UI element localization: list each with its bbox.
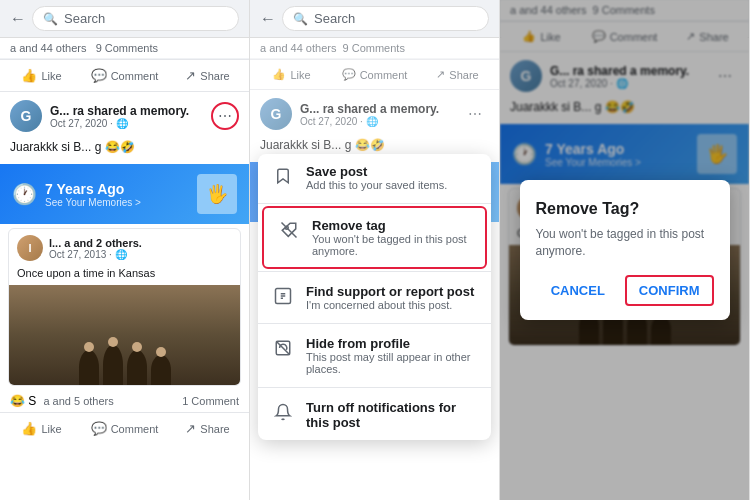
- share-btn-top[interactable]: ↗ Share: [166, 62, 249, 89]
- person-3: [127, 350, 147, 385]
- share-icon-bottom: ↗: [185, 421, 196, 436]
- more-options-2[interactable]: ⋯: [461, 100, 489, 128]
- like-btn-bottom[interactable]: 👍 Like: [0, 415, 83, 442]
- context-menu: Save post Add this to your saved items. …: [258, 154, 491, 440]
- notification-bar: a and 44 others 9 Comments: [0, 38, 249, 59]
- memory-see-link[interactable]: See Your Memories >: [45, 197, 141, 208]
- person-2: [103, 345, 123, 385]
- menu-divider-1: [258, 203, 491, 204]
- menu-item-notifications[interactable]: Turn off notifications for this post: [258, 390, 491, 440]
- search-input-2[interactable]: [314, 11, 478, 26]
- eye-slash-icon: [272, 337, 294, 359]
- post-author-1: G... ra shared a memory.: [50, 104, 203, 118]
- flag-icon: [272, 285, 294, 307]
- share-btn-bottom[interactable]: ↗ Share: [166, 415, 249, 442]
- panel-3: ← 🔍 a and 44 others 9 Comments 👍 Like 💬 …: [500, 0, 750, 500]
- comment-btn-2t: 💬 Comment: [333, 62, 416, 87]
- sub-post-meta: l... a and 2 others. Oct 27, 2013 · 🌐: [49, 237, 142, 260]
- post-actions-top: 👍 Like 💬 Comment ↗ Share: [0, 59, 249, 92]
- search-bar-2: ← 🔍: [250, 0, 499, 38]
- find-support-text: Find support or report post I'm concerne…: [306, 284, 474, 311]
- menu-divider-4: [258, 387, 491, 388]
- cancel-button[interactable]: CANCEL: [539, 275, 617, 306]
- post-meta-1: G... ra shared a memory. Oct 27, 2020 · …: [50, 104, 203, 129]
- menu-divider-3: [258, 323, 491, 324]
- remove-tag-text: Remove tag You won't be tagged in this p…: [312, 218, 471, 257]
- panel-1: ← 🔍 a and 44 others 9 Comments 👍 Like 💬 …: [0, 0, 250, 500]
- sub-post-image: [9, 285, 240, 385]
- reaction-count-1: a and 5 others: [40, 395, 178, 407]
- svg-line-6: [276, 341, 290, 355]
- share-btn-2t: ↗ Share: [416, 62, 499, 87]
- comment-btn-bottom[interactable]: 💬 Comment: [83, 415, 166, 442]
- menu-item-save-post[interactable]: Save post Add this to your saved items.: [258, 154, 491, 201]
- search-icon-2: 🔍: [293, 12, 308, 26]
- confirm-button[interactable]: CONFIRM: [625, 275, 714, 306]
- like-icon-bottom: 👍: [21, 421, 37, 436]
- comment-count-1: 1 Comment: [182, 395, 239, 407]
- search-bar-1: ← 🔍: [0, 0, 249, 38]
- back-arrow-icon[interactable]: ←: [10, 10, 26, 28]
- avatar-2: G: [260, 98, 292, 130]
- post-date-1: Oct 27, 2020 · 🌐: [50, 118, 203, 129]
- sub-post-author: l... a and 2 others.: [49, 237, 142, 249]
- person-1: [79, 350, 99, 385]
- memory-banner-left: 🕐 7 Years Ago See Your Memories >: [12, 181, 141, 208]
- comment-icon-bottom: 💬: [91, 421, 107, 436]
- back-arrow-icon-2[interactable]: ←: [260, 10, 276, 28]
- dialog-title: Remove Tag?: [536, 200, 714, 218]
- post-card-1: G G... ra shared a memory. Oct 27, 2020 …: [0, 92, 249, 386]
- sub-post-avatar: I: [17, 235, 43, 261]
- post-text-1: Juarakkk si B... g 😂🤣: [0, 140, 249, 160]
- like-btn-top[interactable]: 👍 Like: [0, 62, 83, 89]
- dialog-actions: CANCEL CONFIRM: [536, 275, 714, 306]
- dialog-body: You won't be tagged in this post anymore…: [536, 226, 714, 260]
- search-input-1[interactable]: [64, 11, 228, 26]
- search-input-wrap-1[interactable]: 🔍: [32, 6, 239, 31]
- memory-thumbnail: 🖐: [197, 174, 237, 214]
- sub-post-1: I l... a and 2 others. Oct 27, 2013 · 🌐 …: [8, 228, 241, 386]
- menu-item-hide-profile[interactable]: Hide from profile This post may still ap…: [258, 326, 491, 385]
- memory-years: 7 Years Ago: [45, 181, 141, 197]
- sub-post-text: Once upon a time in Kansas: [9, 267, 240, 285]
- bookmark-icon: [272, 165, 294, 187]
- remove-tag-dialog: Remove Tag? You won't be tagged in this …: [520, 180, 730, 321]
- search-input-wrap-2[interactable]: 🔍: [282, 6, 489, 31]
- person-4: [151, 355, 171, 385]
- memory-icon: 🕐: [12, 182, 37, 206]
- like-btn-2t: 👍 Like: [250, 62, 333, 87]
- save-post-text: Save post Add this to your saved items.: [306, 164, 447, 191]
- modal-overlay: Remove Tag? You won't be tagged in this …: [500, 0, 749, 500]
- search-icon-1: 🔍: [43, 12, 58, 26]
- sub-post-date: Oct 27, 2013 · 🌐: [49, 249, 142, 260]
- avatar-1: G: [10, 100, 42, 132]
- notifications-text: Turn off notifications for this post: [306, 400, 477, 430]
- more-options-btn-1[interactable]: ⋯: [211, 102, 239, 130]
- post-date-2: Oct 27, 2020 · 🌐: [300, 116, 453, 127]
- hide-profile-text: Hide from profile This post may still ap…: [306, 336, 477, 375]
- share-icon-top: ↗: [185, 68, 196, 83]
- bell-icon: [272, 401, 294, 423]
- panel-2: ← 🔍 a and 44 others 9 Comments 👍 Like 💬 …: [250, 0, 500, 500]
- menu-item-remove-tag[interactable]: Remove tag You won't be tagged in this p…: [262, 206, 487, 269]
- post-header-1: G G... ra shared a memory. Oct 27, 2020 …: [0, 92, 249, 140]
- post-actions-bottom: 👍 Like 💬 Comment ↗ Share: [0, 412, 249, 444]
- people-silhouette: [79, 345, 171, 385]
- like-icon-top: 👍: [21, 68, 37, 83]
- memory-text-wrap: 7 Years Ago See Your Memories >: [45, 181, 141, 208]
- comment-btn-top[interactable]: 💬 Comment: [83, 62, 166, 89]
- post-meta-2: G... ra shared a memory. Oct 27, 2020 · …: [300, 102, 453, 127]
- comment-icon-2t: 💬: [342, 68, 356, 81]
- reaction-emojis-1: 😂 S: [10, 394, 36, 408]
- post-author-2: G... ra shared a memory.: [300, 102, 453, 116]
- like-icon-2t: 👍: [272, 68, 286, 81]
- menu-item-find-support[interactable]: Find support or report post I'm concerne…: [258, 274, 491, 321]
- memory-banner-1[interactable]: 🕐 7 Years Ago See Your Memories > 🖐: [0, 164, 249, 224]
- comment-icon-top: 💬: [91, 68, 107, 83]
- share-icon-2t: ↗: [436, 68, 445, 81]
- notif-bar-2: a and 44 others 9 Comments: [250, 38, 499, 59]
- post-header-2: G G... ra shared a memory. Oct 27, 2020 …: [250, 90, 499, 138]
- reaction-bar-1: 😂 S a and 5 others 1 Comment: [0, 390, 249, 412]
- sub-post-header: I l... a and 2 others. Oct 27, 2013 · 🌐: [9, 229, 240, 267]
- menu-divider-2: [258, 271, 491, 272]
